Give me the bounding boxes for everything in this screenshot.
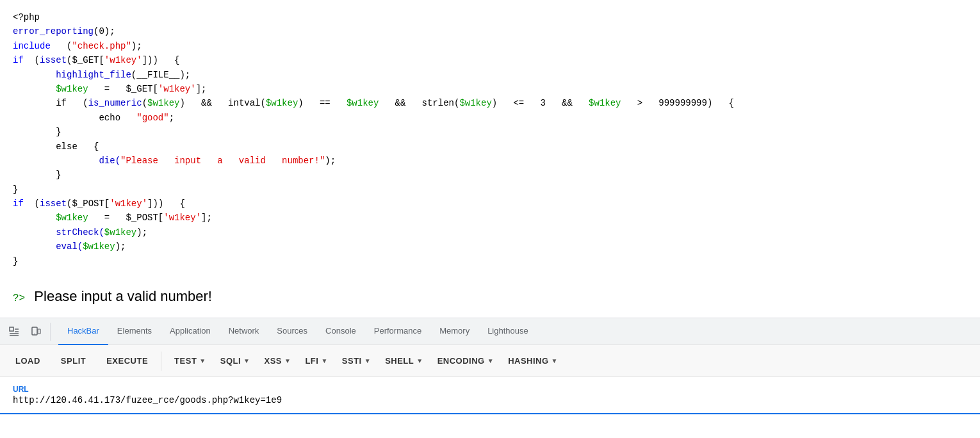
output-text: Please input a valid number!	[34, 288, 212, 304]
hackbar-btn-split[interactable]: SPLIT	[52, 352, 95, 369]
devtools-tab-sources[interactable]: Sources	[268, 318, 316, 345]
code-line: die("Please input a valid number!");	[13, 154, 967, 168]
code-line: <?php	[13, 10, 967, 24]
hackbar-separator	[161, 352, 161, 371]
dropdown-arrow-sqli: ▼	[243, 357, 250, 364]
hackbar-btn-shell[interactable]: SHELL ▼	[376, 352, 426, 369]
svg-point-7	[34, 333, 35, 334]
hackbar-toolbar: LOADSPLITEXECUTETEST ▼SQLI ▼XSS ▼LFI ▼SS…	[0, 345, 980, 377]
hackbar-btn-execute[interactable]: EXECUTE	[97, 352, 157, 369]
devtools-tab-application[interactable]: Application	[161, 318, 220, 345]
url-label: URL	[13, 385, 967, 394]
devtools-tab-lighthouse[interactable]: Lighthouse	[478, 318, 537, 345]
dropdown-arrow-ssti: ▼	[364, 357, 371, 364]
svg-rect-0	[10, 327, 13, 331]
code-line: }	[13, 182, 967, 197]
device-toolbar-icon[interactable]	[27, 323, 45, 341]
devtools-tab-hackbar[interactable]: HackBar	[58, 318, 108, 345]
code-line: if (is_numeric($w1key) && intval($w1key)…	[13, 96, 967, 110]
code-display: <?phperror_reporting(0);include ("check.…	[0, 0, 980, 282]
hackbar-btn-hashing[interactable]: HASHING ▼	[499, 352, 560, 369]
hackbar-btn-encoding[interactable]: ENCODING ▼	[429, 352, 496, 369]
hackbar-btn-ssti[interactable]: SSTI ▼	[333, 352, 373, 369]
code-line: if (isset($_GET['w1key'])) {	[13, 53, 967, 67]
devtools-icon-group	[5, 323, 51, 341]
svg-rect-6	[38, 329, 40, 334]
code-line: $w1key = $_GET['w1key'];	[13, 82, 967, 96]
hackbar-btn-sqli[interactable]: SQLI ▼	[211, 352, 253, 369]
dropdown-arrow-shell: ▼	[416, 357, 423, 364]
code-line: include ("check.php");	[13, 39, 967, 53]
dropdown-arrow-hashing: ▼	[551, 357, 558, 364]
code-line: }	[13, 168, 967, 182]
inspect-element-icon[interactable]	[5, 323, 23, 341]
code-line: strCheck($w1key);	[13, 225, 967, 239]
code-line: if (isset($_POST['w1key'])) {	[13, 197, 967, 211]
code-line: eval($w1key);	[13, 239, 967, 254]
output-section: ?> Please input a valid number!	[0, 282, 980, 318]
url-section: URL http://120.46.41.173/fuzee_rce/goods…	[0, 377, 980, 414]
hackbar-btn-test[interactable]: TEST ▼	[165, 352, 209, 369]
devtools-tab-performance[interactable]: Performance	[365, 318, 430, 345]
hackbar-btn-lfi[interactable]: LFI ▼	[296, 352, 330, 369]
code-line: }	[13, 254, 967, 268]
hackbar-btn-xss[interactable]: XSS ▼	[255, 352, 293, 369]
code-line: else {	[13, 140, 967, 154]
dropdown-arrow-xss: ▼	[284, 357, 291, 364]
devtools-tabs: HackBarElementsApplicationNetworkSources…	[58, 318, 537, 345]
url-value[interactable]: http://120.46.41.173/fuzee_rce/goods.php…	[13, 395, 967, 405]
code-line: echo "good";	[13, 111, 967, 125]
devtools-tab-network[interactable]: Network	[220, 318, 268, 345]
dropdown-arrow-test: ▼	[199, 357, 206, 364]
dropdown-arrow-lfi: ▼	[321, 357, 327, 364]
code-line: error_reporting(0);	[13, 24, 967, 38]
php-close-arrow: ?>	[13, 293, 25, 304]
code-line: $w1key = $_POST['w1key'];	[13, 211, 967, 225]
code-line: highlight_file(__FILE__);	[13, 68, 967, 82]
dropdown-arrow-encoding: ▼	[487, 357, 494, 364]
devtools-tabbar: HackBarElementsApplicationNetworkSources…	[0, 318, 980, 345]
code-line: }	[13, 125, 967, 139]
devtools-tab-memory[interactable]: Memory	[430, 318, 478, 345]
hackbar-btn-load[interactable]: LOAD	[6, 352, 49, 369]
devtools-tab-elements[interactable]: Elements	[108, 318, 161, 345]
devtools-tab-console[interactable]: Console	[316, 318, 365, 345]
